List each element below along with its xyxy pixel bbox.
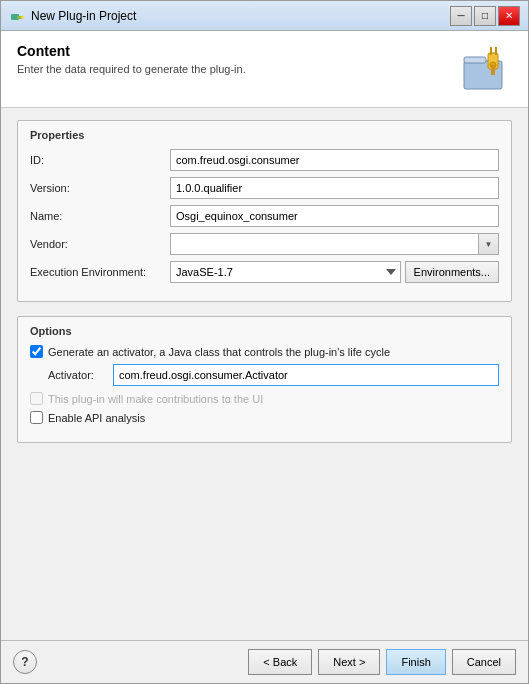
back-button[interactable]: < Back <box>248 649 312 675</box>
id-label: ID: <box>30 154 170 166</box>
vendor-dropdown-button[interactable]: ▼ <box>478 234 498 254</box>
enable-api-label: Enable API analysis <box>48 412 145 424</box>
environments-button[interactable]: Environments... <box>405 261 499 283</box>
minimize-button[interactable]: ─ <box>450 6 472 26</box>
version-input[interactable] <box>170 177 499 199</box>
vendor-label: Vendor: <box>30 238 170 250</box>
options-group: Options Generate an activator, a Java cl… <box>17 316 512 443</box>
header-description: Enter the data required to generate the … <box>17 63 448 75</box>
header-title: Content <box>17 43 448 59</box>
id-row: ID: <box>30 149 499 171</box>
svg-rect-9 <box>491 65 495 75</box>
finish-button[interactable]: Finish <box>386 649 445 675</box>
name-label: Name: <box>30 210 170 222</box>
exec-env-select[interactable]: JavaSE-1.7 <box>170 261 401 283</box>
properties-group: Properties ID: Version: Name: <box>17 120 512 302</box>
content-area: Properties ID: Version: Name: <box>1 108 528 640</box>
activator-row: Activator: <box>48 364 499 386</box>
enable-api-checkbox[interactable] <box>30 411 43 424</box>
window-icon <box>9 8 25 24</box>
exec-env-label: Execution Environment: <box>30 266 170 278</box>
vendor-wrapper: ▼ <box>170 233 499 255</box>
activator-input[interactable] <box>113 364 499 386</box>
window: New Plug-in Project ─ □ ✕ Content Enter … <box>0 0 529 684</box>
ui-contributions-label: This plug-in will make contributions to … <box>48 393 263 405</box>
options-group-label: Options <box>30 323 499 337</box>
cancel-button[interactable]: Cancel <box>452 649 516 675</box>
name-row: Name: <box>30 205 499 227</box>
enable-api-row: Enable API analysis <box>30 411 499 424</box>
exec-env-row: Execution Environment: JavaSE-1.7 Enviro… <box>30 261 499 283</box>
name-input[interactable] <box>170 205 499 227</box>
header-section: Content Enter the data required to gener… <box>1 31 528 108</box>
vendor-row: Vendor: ▼ <box>30 233 499 255</box>
header-icon <box>460 43 512 95</box>
svg-point-2 <box>21 15 24 18</box>
footer: ? < Back Next > Finish Cancel <box>1 640 528 683</box>
version-row: Version: <box>30 177 499 199</box>
titlebar: New Plug-in Project ─ □ ✕ <box>1 1 528 31</box>
svg-rect-4 <box>464 57 486 63</box>
next-button[interactable]: Next > <box>318 649 380 675</box>
window-title: New Plug-in Project <box>31 9 450 23</box>
svg-rect-6 <box>490 47 492 55</box>
maximize-button[interactable]: □ <box>474 6 496 26</box>
ui-contributions-row: This plug-in will make contributions to … <box>30 392 499 405</box>
generate-activator-row: Generate an activator, a Java class that… <box>30 345 499 358</box>
properties-group-label: Properties <box>30 127 499 141</box>
generate-activator-checkbox[interactable] <box>30 345 43 358</box>
exec-env-wrapper: JavaSE-1.7 Environments... <box>170 261 499 283</box>
vendor-input[interactable] <box>171 234 478 254</box>
activator-label: Activator: <box>48 369 113 381</box>
header-text: Content Enter the data required to gener… <box>17 43 448 75</box>
help-button[interactable]: ? <box>13 650 37 674</box>
svg-rect-7 <box>495 47 497 55</box>
version-label: Version: <box>30 182 170 194</box>
generate-activator-label: Generate an activator, a Java class that… <box>48 346 390 358</box>
dialog-body: Content Enter the data required to gener… <box>1 31 528 683</box>
close-button[interactable]: ✕ <box>498 6 520 26</box>
ui-contributions-checkbox[interactable] <box>30 392 43 405</box>
id-input[interactable] <box>170 149 499 171</box>
titlebar-buttons: ─ □ ✕ <box>450 6 520 26</box>
